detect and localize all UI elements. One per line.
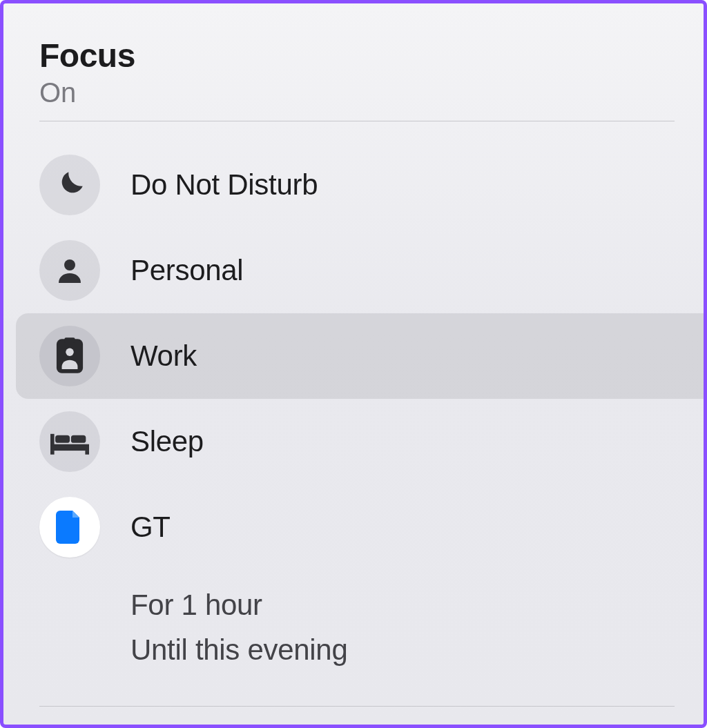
focus-mode-label: Personal: [130, 254, 243, 287]
panel-header: Focus On: [3, 3, 704, 121]
svg-rect-5: [50, 451, 55, 455]
svg-rect-2: [64, 337, 75, 343]
focus-mode-sleep[interactable]: Sleep: [3, 399, 704, 484]
focus-mode-gt[interactable]: GT: [3, 484, 704, 570]
focus-mode-work[interactable]: Work: [16, 313, 704, 399]
focus-mode-label: Do Not Disturb: [130, 168, 318, 201]
bottom-divider: [39, 706, 675, 707]
focus-mode-label: Work: [130, 340, 197, 373]
person-icon: [39, 240, 100, 301]
focus-mode-label: Sleep: [130, 425, 204, 458]
svg-rect-4: [50, 444, 89, 451]
bed-icon: [39, 411, 100, 472]
badge-icon: [39, 326, 100, 386]
svg-rect-9: [71, 435, 86, 443]
svg-rect-6: [85, 451, 89, 455]
duration-option-evening[interactable]: Until this evening: [130, 627, 704, 672]
document-icon: [39, 497, 100, 558]
svg-point-0: [64, 259, 75, 270]
panel-title: Focus: [39, 37, 668, 75]
focus-mode-list: Do Not Disturb Personal Wo: [3, 121, 704, 570]
svg-rect-7: [50, 434, 55, 446]
focus-mode-dnd[interactable]: Do Not Disturb: [3, 142, 704, 228]
panel-status: On: [39, 77, 668, 108]
svg-point-3: [66, 348, 73, 356]
focus-mode-label: GT: [130, 511, 171, 544]
moon-icon: [39, 155, 100, 215]
duration-options: For 1 hour Until this evening: [3, 570, 704, 672]
focus-panel: Focus On Do Not Disturb Personal: [0, 0, 707, 728]
focus-mode-personal[interactable]: Personal: [3, 228, 704, 313]
duration-option-1hour[interactable]: For 1 hour: [130, 582, 704, 627]
svg-rect-8: [55, 435, 70, 443]
